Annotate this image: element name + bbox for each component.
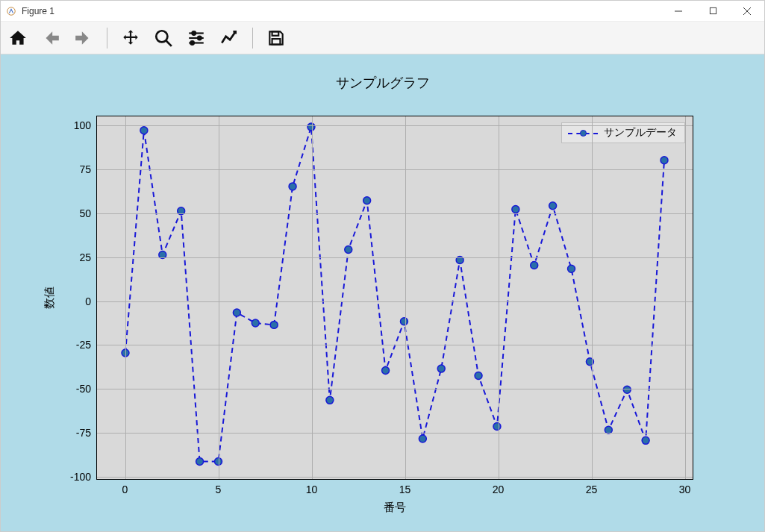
svg-point-32	[437, 365, 445, 372]
grid-line	[97, 433, 693, 434]
plot-area[interactable]: サンプルデータ -100-75-50-250255075100051015202…	[96, 116, 693, 480]
svg-point-26	[326, 396, 334, 404]
edit-axes-button[interactable]	[218, 27, 240, 49]
y-tick-label: 0	[85, 295, 97, 307]
axes: サンプルデータ -100-75-50-250255075100051015202…	[96, 116, 693, 480]
y-tick-label: 50	[79, 207, 97, 219]
svg-point-5	[156, 31, 167, 42]
app-icon	[5, 5, 17, 17]
y-tick-label: -75	[76, 427, 97, 439]
svg-line-6	[166, 40, 172, 46]
y-tick-label: 100	[74, 119, 97, 131]
svg-point-21	[233, 309, 240, 316]
zoom-button[interactable]	[152, 27, 175, 49]
svg-point-38	[549, 202, 557, 210]
grid-line	[97, 213, 693, 214]
y-axis-label: 数値	[43, 287, 57, 309]
y-tick-label: -25	[76, 339, 97, 351]
svg-point-27	[345, 245, 352, 253]
x-axis-label: 番号	[384, 501, 406, 515]
toolbar-separator	[252, 28, 253, 48]
svg-point-35	[493, 423, 501, 431]
svg-point-19	[196, 458, 204, 466]
y-tick-label: -100	[70, 471, 97, 483]
svg-point-43	[642, 436, 649, 444]
svg-point-16	[140, 127, 148, 134]
svg-point-8	[192, 31, 196, 35]
svg-point-28	[363, 197, 371, 204]
svg-point-12	[190, 41, 194, 45]
grid-line	[219, 116, 219, 479]
figure: サンプルグラフ サンプルデータ -100-75-50-2502550751000…	[14, 74, 751, 525]
pan-button[interactable]	[119, 27, 142, 49]
window-titlebar: Figure 1	[1, 1, 764, 22]
grid-line	[97, 169, 693, 170]
window-controls	[661, 1, 764, 21]
x-tick-label: 10	[306, 479, 318, 495]
svg-point-37	[531, 262, 538, 269]
forward-button[interactable]	[72, 27, 95, 49]
grid-line	[592, 116, 593, 479]
x-tick-label: 15	[399, 479, 411, 495]
grid-line	[97, 257, 693, 258]
maximize-button[interactable]	[696, 1, 730, 21]
svg-point-36	[512, 205, 519, 213]
svg-point-31	[419, 435, 426, 442]
svg-point-29	[382, 366, 390, 374]
save-button[interactable]	[265, 27, 287, 49]
grid-line	[97, 301, 693, 302]
grid-line	[405, 116, 406, 479]
svg-point-44	[661, 157, 668, 164]
grid-line	[499, 116, 499, 479]
x-tick-label: 30	[679, 479, 691, 495]
window-title: Figure 1	[22, 6, 54, 16]
y-tick-label: -50	[76, 383, 97, 395]
svg-rect-13	[272, 31, 279, 35]
home-button[interactable]	[7, 27, 29, 49]
configure-subplots-button[interactable]	[185, 27, 207, 49]
svg-rect-2	[710, 7, 716, 13]
grid-line	[97, 345, 693, 345]
svg-point-10	[198, 36, 202, 40]
minimize-button[interactable]	[661, 1, 696, 21]
toolbar-separator	[107, 28, 107, 48]
svg-point-39	[568, 265, 575, 272]
y-tick-label: 25	[79, 251, 97, 263]
svg-point-22	[252, 319, 259, 327]
x-tick-label: 5	[216, 479, 222, 495]
x-tick-label: 0	[122, 479, 128, 495]
toolbar	[1, 22, 764, 54]
back-button[interactable]	[40, 27, 62, 49]
svg-point-40	[586, 358, 593, 366]
svg-point-34	[475, 372, 482, 379]
grid-line	[97, 389, 693, 389]
grid-line	[97, 125, 693, 126]
figure-canvas[interactable]: サンプルグラフ サンプルデータ -100-75-50-2502550751000…	[1, 54, 764, 532]
chart-title: サンプルグラフ	[14, 74, 751, 92]
x-tick-label: 20	[493, 479, 505, 495]
svg-point-24	[289, 183, 296, 190]
svg-point-30	[400, 318, 408, 325]
grid-line	[125, 116, 126, 479]
grid-line	[312, 116, 313, 479]
legend-label: サンプルデータ	[604, 126, 677, 140]
data-series	[97, 116, 693, 479]
svg-rect-14	[272, 39, 281, 45]
grid-line	[685, 116, 686, 479]
svg-point-23	[270, 321, 278, 328]
legend-marker	[568, 128, 598, 137]
close-button[interactable]	[730, 1, 764, 21]
grid-line	[97, 477, 693, 478]
x-tick-label: 25	[586, 479, 598, 495]
y-tick-label: 75	[79, 163, 97, 175]
